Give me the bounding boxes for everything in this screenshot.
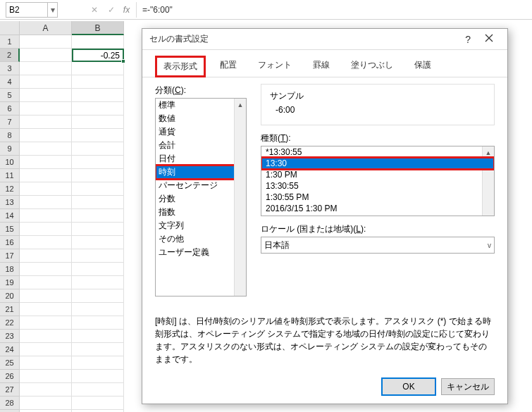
cell[interactable] <box>20 316 72 330</box>
dialog-titlebar[interactable]: セルの書式設定 ? <box>142 29 507 50</box>
cell[interactable] <box>20 343 72 356</box>
category-item[interactable]: 数値 <box>156 112 246 125</box>
type-item[interactable]: 2016/3/15 1:30 PM <box>261 203 494 214</box>
type-list[interactable]: *13:30:5513:301:30 PM13:30:551:30:55 PM2… <box>261 146 495 216</box>
cell[interactable] <box>72 343 124 356</box>
category-scrollbar[interactable]: ▲ <box>234 99 246 296</box>
type-item[interactable]: 2016/3/15 13:30 <box>261 214 494 216</box>
cell[interactable] <box>20 102 72 116</box>
column-header-b[interactable]: B <box>72 21 124 35</box>
name-box[interactable]: B2 <box>6 2 48 18</box>
accept-icon[interactable]: ✓ <box>103 2 120 18</box>
cancel-icon[interactable]: ✕ <box>86 2 103 18</box>
cell[interactable] <box>20 156 72 169</box>
category-item[interactable]: 会計 <box>156 139 246 152</box>
tab-protection[interactable]: 保護 <box>407 56 438 77</box>
cell[interactable] <box>20 223 72 236</box>
row-header[interactable]: 7 <box>0 116 20 129</box>
category-item[interactable]: 文字列 <box>156 219 246 232</box>
cell[interactable] <box>20 49 72 62</box>
category-item[interactable]: パーセンテージ <box>156 179 246 192</box>
category-list[interactable]: 標準数値通貨会計日付時刻パーセンテージ分数指数文字列その他ユーザー定義 ▲ <box>155 98 247 296</box>
cell[interactable] <box>20 75 72 89</box>
cell[interactable] <box>20 383 72 397</box>
cell[interactable] <box>72 356 124 370</box>
row-header[interactable]: 13 <box>0 196 20 209</box>
cell[interactable] <box>72 35 124 49</box>
cell[interactable] <box>20 397 72 410</box>
cell[interactable] <box>72 249 124 263</box>
cell[interactable] <box>72 75 124 89</box>
row-header[interactable]: 28 <box>0 397 20 410</box>
category-item[interactable]: 分数 <box>156 192 246 206</box>
row-header[interactable]: 15 <box>0 223 20 236</box>
cell[interactable] <box>72 289 124 303</box>
category-item[interactable]: 標準 <box>156 99 246 112</box>
cell[interactable] <box>20 142 72 156</box>
row-header[interactable]: 4 <box>0 75 20 89</box>
cell[interactable] <box>20 249 72 263</box>
row-header[interactable]: 10 <box>0 156 20 169</box>
category-item[interactable]: その他 <box>156 232 246 246</box>
type-item[interactable]: 1:30 PM <box>261 169 494 180</box>
cell[interactable] <box>72 209 124 223</box>
cell[interactable] <box>72 169 124 182</box>
cell[interactable] <box>72 397 124 410</box>
category-item[interactable]: 通貨 <box>156 125 246 139</box>
row-header[interactable]: 3 <box>0 62 20 75</box>
cell[interactable] <box>20 276 72 289</box>
cell[interactable] <box>72 182 124 196</box>
cell[interactable] <box>20 236 72 249</box>
row-header[interactable]: 27 <box>0 383 20 397</box>
category-item[interactable]: 時刻 <box>156 166 246 179</box>
row-header[interactable]: 25 <box>0 356 20 370</box>
tab-font[interactable]: フォント <box>251 56 299 77</box>
cell[interactable] <box>20 129 72 142</box>
row-header[interactable]: 9 <box>0 142 20 156</box>
cell[interactable] <box>72 196 124 209</box>
row-header[interactable]: 21 <box>0 303 20 316</box>
ok-button[interactable]: OK <box>382 378 435 395</box>
row-header[interactable]: 6 <box>0 102 20 116</box>
cell[interactable] <box>20 263 72 276</box>
close-icon[interactable] <box>478 34 500 44</box>
row-header[interactable]: 14 <box>0 209 20 223</box>
cell[interactable] <box>72 102 124 116</box>
fill-handle[interactable] <box>121 59 125 63</box>
scroll-up-icon[interactable]: ▲ <box>235 99 246 111</box>
tab-alignment[interactable]: 配置 <box>213 56 244 77</box>
cell[interactable] <box>72 116 124 129</box>
cell[interactable] <box>72 263 124 276</box>
cell[interactable] <box>20 62 72 75</box>
scroll-up-icon[interactable]: ▲ <box>483 146 494 158</box>
cell[interactable] <box>72 383 124 397</box>
category-item[interactable]: 指数 <box>156 206 246 219</box>
type-item[interactable]: 13:30 <box>261 158 494 169</box>
row-header[interactable]: 17 <box>0 249 20 263</box>
select-all-corner[interactable] <box>0 21 20 35</box>
cell[interactable] <box>20 182 72 196</box>
tab-number-format[interactable]: 表示形式 <box>155 56 206 77</box>
row-header[interactable]: 22 <box>0 316 20 330</box>
tab-fill[interactable]: 塗りつぶし <box>344 56 400 77</box>
row-header[interactable]: 11 <box>0 169 20 182</box>
type-item[interactable]: *13:30:55 <box>261 146 494 158</box>
row-header[interactable]: 8 <box>0 129 20 142</box>
type-item[interactable]: 1:30:55 PM <box>261 192 494 203</box>
cell[interactable] <box>20 116 72 129</box>
row-header[interactable]: 19 <box>0 276 20 289</box>
cell[interactable] <box>72 142 124 156</box>
cancel-button[interactable]: キャンセル <box>441 378 495 395</box>
cell[interactable] <box>20 169 72 182</box>
cell[interactable] <box>20 89 72 102</box>
name-box-dropdown[interactable]: ▾ <box>48 2 58 18</box>
category-item[interactable]: ユーザー定義 <box>156 246 246 259</box>
cell[interactable] <box>20 289 72 303</box>
row-header[interactable]: 1 <box>0 35 20 49</box>
row-header[interactable]: 5 <box>0 89 20 102</box>
column-header-a[interactable]: A <box>20 21 72 35</box>
cell[interactable] <box>72 236 124 249</box>
cell[interactable] <box>20 303 72 316</box>
type-item[interactable]: 13:30:55 <box>261 180 494 192</box>
cell[interactable] <box>20 370 72 383</box>
